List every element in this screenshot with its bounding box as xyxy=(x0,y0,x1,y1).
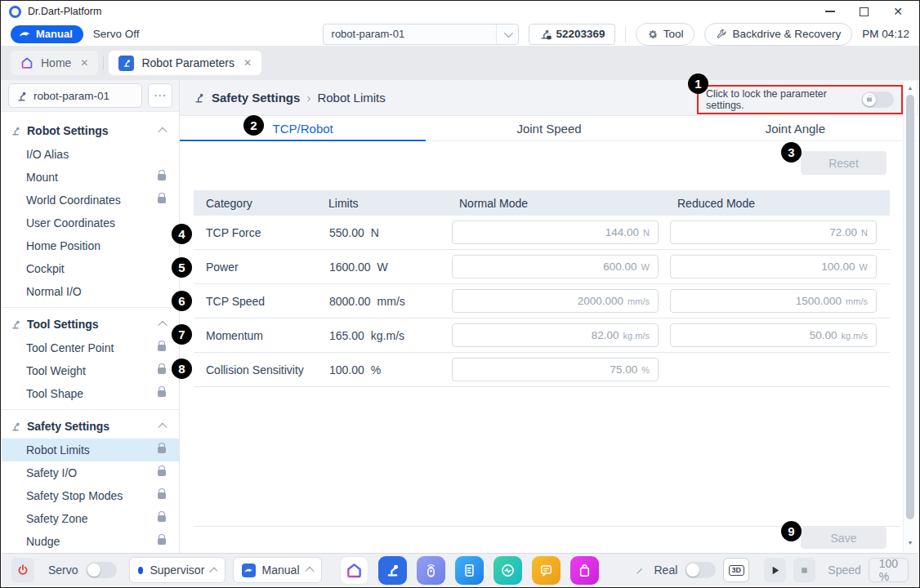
section-robot-settings[interactable]: Robot Settings xyxy=(2,118,179,143)
status-bar: Servo Supervisor Manual xyxy=(2,553,918,586)
sidebar-item-mount[interactable]: Mount xyxy=(2,166,179,189)
monitoring-app-icon[interactable] xyxy=(493,556,522,585)
mode-button[interactable]: Manual xyxy=(11,25,83,43)
save-button[interactable]: Save xyxy=(801,527,887,549)
tab-joint-angle[interactable]: Joint Angle xyxy=(672,116,918,140)
reduced-mode-input[interactable]: 100.00W xyxy=(670,255,877,278)
sidebar-item-world-coordinates[interactable]: World Coordinates xyxy=(2,189,179,212)
parameter-lock-toggle[interactable] xyxy=(861,91,894,108)
speed-value-button[interactable]: 100 % xyxy=(869,558,909,582)
remote-control-app-icon[interactable] xyxy=(417,556,445,585)
reduced-mode-input[interactable]: 72.00N xyxy=(670,220,877,244)
stop-button[interactable] xyxy=(793,558,815,582)
tab-tcp-robot[interactable]: TCP/Robot xyxy=(180,116,426,140)
play-button[interactable] xyxy=(764,558,786,582)
servo-label: Servo xyxy=(48,564,78,577)
toggle-knob xyxy=(686,564,699,577)
dock-expand-icon[interactable] xyxy=(636,568,641,573)
role-select[interactable]: Supervisor xyxy=(129,557,226,583)
maximize-icon[interactable] xyxy=(860,7,869,16)
servo-state-label: Servo Off xyxy=(93,28,140,40)
app-logo-icon xyxy=(9,6,21,18)
normal-mode-input[interactable]: 75.00% xyxy=(452,358,659,381)
sidebar-item-io-alias[interactable]: I/O Alias xyxy=(2,143,179,166)
servo-toggle[interactable] xyxy=(86,562,117,578)
mode-icon xyxy=(242,564,256,577)
section-safety-settings[interactable]: Safety Settings xyxy=(2,414,179,439)
sidebar-item-safety-io[interactable]: Safety I/O xyxy=(2,461,179,484)
sidebar-item-tool-weight[interactable]: Tool Weight xyxy=(2,359,179,382)
chevron-up-icon xyxy=(158,321,167,330)
sidebar-item-safety-stop-modes[interactable]: Safety Stop Modes xyxy=(2,484,179,507)
normal-cell: 75.00% xyxy=(447,358,665,381)
section-divider xyxy=(2,307,179,308)
normal-cell: 82.00kg.m/s xyxy=(447,323,665,347)
power-button[interactable] xyxy=(11,558,34,582)
app-window: Dr.Dart-Platform ✕ Manual Servo Off robo… xyxy=(0,0,920,588)
robot-parameters-app-icon[interactable] xyxy=(378,556,407,585)
sidebar-item-tool-shape[interactable]: Tool Shape xyxy=(2,382,179,405)
sidebar-item-tool-center-point[interactable]: Tool Center Point xyxy=(2,336,179,359)
normal-mode-input[interactable]: 144.00N xyxy=(452,220,659,244)
tab-close-icon[interactable]: ✕ xyxy=(243,57,252,69)
sidebar-item-home-position[interactable]: Home Position xyxy=(2,234,179,257)
sidebar-item-nudge[interactable]: Nudge xyxy=(2,530,179,553)
limits-table: Category Limits Normal Mode Reduced Mode… xyxy=(194,190,890,387)
scroll-up-icon[interactable]: ▲ xyxy=(908,81,913,95)
normal-mode-input[interactable]: 600.00W xyxy=(452,255,659,278)
viewer-3d-button[interactable]: 3D xyxy=(723,558,749,582)
scrollbar-thumb[interactable] xyxy=(906,95,914,519)
backdrive-recovery-button[interactable]: Backdrive & Recovery xyxy=(704,23,852,46)
section-tool-settings[interactable]: Tool Settings xyxy=(2,312,179,336)
main-panel: Safety Settings › Robot Limits Click to … xyxy=(180,80,918,553)
annotation-badge-1: 1 xyxy=(688,74,708,94)
normal-mode-input[interactable]: 82.00kg.m/s xyxy=(452,323,659,347)
chevron-down-icon xyxy=(503,28,512,37)
tab-robot-parameters[interactable]: Robot Parameters ✕ xyxy=(109,51,261,75)
reduced-mode-input[interactable]: 1500.000mm/s xyxy=(670,289,877,313)
play-icon xyxy=(769,564,781,577)
robot-icon xyxy=(10,421,21,432)
item-label: Normal I/O xyxy=(26,285,82,298)
reduced-mode-input[interactable]: 50.00kg.m/s xyxy=(670,323,877,347)
row-category: Collision Sensitivity xyxy=(194,363,316,376)
close-icon[interactable]: ✕ xyxy=(893,6,903,17)
sidebar-more-button[interactable]: ⋯ xyxy=(148,83,172,108)
tool-button[interactable]: Tool xyxy=(636,23,695,46)
scroll-down-icon[interactable]: ▼ xyxy=(908,536,913,550)
annotation-badge-5: 5 xyxy=(172,257,192,278)
input-value: 75.00 xyxy=(610,363,637,376)
normal-cell: 144.00N xyxy=(447,220,665,244)
sidebar-preset-box[interactable]: robot-param-01 xyxy=(8,83,142,108)
robot-swoosh-icon xyxy=(18,29,31,38)
col-limits: Limits xyxy=(316,197,447,210)
tab-joint-speed[interactable]: Joint Speed xyxy=(426,116,672,140)
preset-dropdown[interactable]: robot-param-01 xyxy=(323,24,519,45)
sidebar-item-cockpit[interactable]: Cockpit xyxy=(2,257,179,280)
operation-mode-select[interactable]: Manual xyxy=(233,557,322,583)
breadcrumb-parent[interactable]: Safety Settings xyxy=(212,91,300,105)
tab-home[interactable]: Home ✕ xyxy=(11,51,98,75)
minimize-icon[interactable] xyxy=(825,11,835,12)
task-writer-app-icon[interactable] xyxy=(455,556,484,585)
sidebar-item-safety-zone[interactable]: Safety Zone xyxy=(2,507,179,530)
item-label: Robot Limits xyxy=(26,443,90,457)
vertical-scrollbar[interactable]: ▲ ▼ xyxy=(903,81,917,552)
reset-button[interactable]: Reset xyxy=(801,151,887,175)
robot-serial-box[interactable]: 52203369 xyxy=(529,24,615,45)
sidebar-item-normal-io[interactable]: Normal I/O xyxy=(2,280,179,303)
tab-close-icon[interactable]: ✕ xyxy=(80,57,88,69)
real-mode-toggle[interactable] xyxy=(685,562,716,578)
sidebar-item-user-coordinates[interactable]: User Coordinates xyxy=(2,212,179,234)
row-limit: 100.00% xyxy=(316,363,447,376)
log-app-icon[interactable] xyxy=(532,556,560,585)
limit-value: 550.00 xyxy=(329,226,364,239)
annotation-badge-2: 2 xyxy=(243,115,264,136)
normal-mode-input[interactable]: 2000.000mm/s xyxy=(452,289,659,313)
store-app-icon[interactable] xyxy=(570,556,599,585)
sidebar-nav: Robot Settings I/O Alias Mount World Coo… xyxy=(2,112,179,553)
sidebar-item-robot-limits[interactable]: Robot Limits xyxy=(2,439,179,461)
item-label: Nudge xyxy=(26,535,60,548)
home-app-icon[interactable] xyxy=(340,556,368,585)
section-title: Robot Settings xyxy=(27,124,109,137)
